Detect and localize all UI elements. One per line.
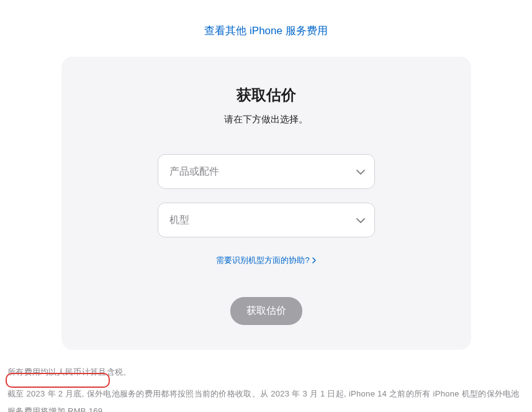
card-subtitle: 请在下方做出选择。 — [86, 114, 446, 126]
view-other-fees-link[interactable]: 查看其他 iPhone 服务费用 — [0, 0, 532, 57]
product-select-placeholder: 产品或配件 — [169, 165, 219, 178]
model-select[interactable]: 机型 — [158, 203, 375, 237]
product-select-wrapper: 产品或配件 — [158, 154, 375, 189]
card-title: 获取估价 — [86, 85, 446, 105]
footer-note-2: 截至 2023 年 2 月底, 保外电池服务的费用都将按照当前的价格收取。从 2… — [7, 385, 525, 412]
button-label: 获取估价 — [246, 305, 286, 316]
help-identify-model-link[interactable]: 需要识别机型方面的协助? — [216, 255, 315, 266]
model-select-placeholder: 机型 — [169, 214, 189, 227]
help-link-text: 需要识别机型方面的协助? — [216, 255, 309, 266]
estimate-card: 获取估价 请在下方做出选择。 产品或配件 机型 需要识别机型方面的协助? 获取估… — [61, 57, 471, 350]
chevron-right-icon — [312, 256, 316, 265]
product-select[interactable]: 产品或配件 — [158, 154, 375, 189]
model-select-wrapper: 机型 — [158, 203, 375, 237]
get-estimate-button[interactable]: 获取估价 — [230, 297, 302, 325]
footer-notes: 所有费用均以人民币计算且含税。 截至 2023 年 2 月底, 保外电池服务的费… — [0, 350, 532, 412]
footer-note-1: 所有费用均以人民币计算且含税。 — [7, 364, 525, 382]
link-text: 查看其他 iPhone 服务费用 — [204, 25, 327, 37]
